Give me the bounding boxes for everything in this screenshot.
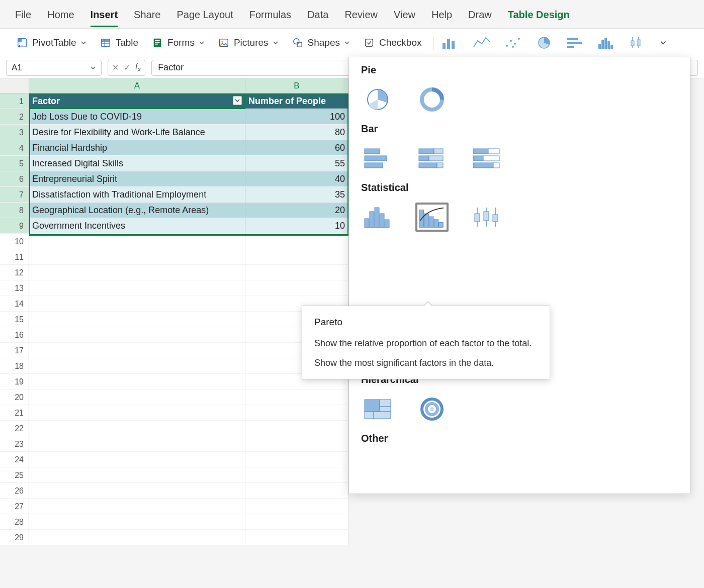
row-header[interactable]: 15 (0, 312, 29, 327)
empty-cell[interactable] (29, 405, 245, 421)
row-header[interactable]: 5 (0, 156, 29, 171)
checkbox-button[interactable]: Checkbox (359, 35, 426, 51)
row-header[interactable]: 25 (0, 467, 29, 483)
row-header[interactable]: 8 (0, 203, 29, 218)
row-header[interactable]: 27 (0, 499, 29, 514)
cell-value[interactable]: 20 (245, 203, 348, 218)
enter-icon[interactable]: ✓ (124, 63, 130, 72)
empty-cell[interactable] (29, 467, 245, 483)
table-header-number[interactable]: Number of People (245, 93, 348, 109)
row-header[interactable]: 2 (0, 109, 29, 125)
row-header[interactable]: 24 (0, 452, 29, 467)
empty-cell[interactable] (245, 249, 348, 265)
empty-cell[interactable] (29, 452, 245, 467)
empty-cell[interactable] (245, 499, 348, 514)
empty-cell[interactable] (245, 265, 348, 280)
empty-cell[interactable] (29, 327, 245, 343)
col-header-B[interactable]: B (245, 78, 348, 93)
row-header[interactable]: 18 (0, 358, 29, 374)
table-button[interactable]: Table (96, 35, 142, 51)
row-header[interactable]: 21 (0, 405, 29, 421)
forms-button[interactable]: Forms (147, 35, 209, 51)
empty-cell[interactable] (29, 358, 245, 374)
ribbon-tab-home[interactable]: Home (47, 6, 74, 27)
empty-cell[interactable] (245, 234, 348, 249)
empty-cell[interactable] (29, 343, 245, 358)
empty-cell[interactable] (245, 436, 348, 452)
bar-chart-icon[interactable] (566, 36, 584, 50)
ribbon-tab-view[interactable]: View (394, 6, 415, 27)
empty-cell[interactable] (245, 280, 348, 296)
fx-icon[interactable]: fx (135, 62, 141, 73)
row-header[interactable]: 3 (0, 125, 29, 140)
empty-cell[interactable] (245, 530, 348, 545)
doughnut-chart-option[interactable] (415, 85, 449, 114)
cell-value[interactable]: 10 (245, 218, 348, 234)
ribbon-tab-formulas[interactable]: Formulas (249, 6, 291, 27)
cell-factor[interactable]: Dissatisfaction with Traditional Employm… (29, 187, 245, 203)
ribbon-tab-data[interactable]: Data (307, 6, 328, 27)
grid-cells[interactable]: FactorNumber of PeopleJob Loss Due to CO… (29, 93, 348, 545)
filter-icon[interactable] (233, 96, 242, 105)
cell-factor[interactable]: Geographical Location (e.g., Remote Area… (29, 203, 245, 218)
empty-cell[interactable] (245, 483, 348, 499)
ribbon-tab-help[interactable]: Help (431, 6, 452, 27)
pictures-button[interactable]: Pictures (214, 35, 283, 51)
cell-value[interactable]: 60 (245, 140, 348, 156)
empty-cell[interactable] (29, 514, 245, 530)
row-header[interactable]: 4 (0, 140, 29, 156)
empty-cell[interactable] (29, 374, 245, 389)
ribbon-tab-review[interactable]: Review (344, 6, 378, 27)
empty-cell[interactable] (29, 280, 245, 296)
empty-cell[interactable] (29, 249, 245, 265)
treemap-option[interactable] (361, 395, 394, 424)
pie-chart-option[interactable] (361, 85, 394, 114)
row-header[interactable]: 29 (0, 530, 29, 545)
row-header[interactable]: 19 (0, 374, 29, 389)
row-header[interactable]: 7 (0, 187, 29, 203)
row-header[interactable]: 23 (0, 436, 29, 452)
row-header[interactable]: 9 (0, 218, 29, 234)
cell-value[interactable]: 80 (245, 125, 348, 140)
row-header[interactable]: 10 (0, 234, 29, 249)
cell-factor[interactable]: Job Loss Due to COVID-19 (29, 109, 245, 125)
cell-value[interactable]: 100 (245, 109, 348, 125)
chevron-down-icon[interactable] (660, 39, 667, 46)
sunburst-option[interactable] (415, 395, 449, 424)
empty-cell[interactable] (245, 514, 348, 530)
empty-cell[interactable] (29, 312, 245, 327)
empty-cell[interactable] (29, 421, 245, 436)
empty-cell[interactable] (245, 421, 348, 436)
cell-factor[interactable]: Desire for Flexibility and Work-Life Bal… (29, 125, 245, 140)
cell-value[interactable]: 35 (245, 187, 348, 203)
empty-cell[interactable] (29, 265, 245, 280)
empty-cell[interactable] (29, 530, 245, 545)
line-chart-icon[interactable] (473, 36, 491, 50)
table-header-factor[interactable]: Factor (29, 93, 245, 109)
empty-cell[interactable] (29, 483, 245, 499)
row-header[interactable]: 22 (0, 421, 29, 436)
cell-factor[interactable]: Entrepreneurial Spirit (29, 171, 245, 187)
empty-cell[interactable] (29, 296, 245, 312)
histogram-icon[interactable] (597, 36, 615, 50)
pareto-option[interactable] (415, 203, 449, 232)
empty-cell[interactable] (245, 405, 348, 421)
row-header[interactable]: 28 (0, 514, 29, 530)
empty-cell[interactable] (29, 499, 245, 514)
ribbon-tab-page-layout[interactable]: Page Layout (177, 6, 233, 27)
col-header-A[interactable]: A (29, 78, 245, 93)
ribbon-tab-draw[interactable]: Draw (468, 6, 492, 27)
cell-factor[interactable]: Increased Digital Skills (29, 156, 245, 171)
row-header[interactable]: 13 (0, 280, 29, 296)
boxplot-icon[interactable] (629, 36, 647, 50)
row-header[interactable]: 26 (0, 483, 29, 499)
histogram-option[interactable] (361, 203, 394, 232)
ribbon-tab-file[interactable]: File (15, 6, 31, 27)
row-header[interactable]: 6 (0, 171, 29, 187)
pivottable-button[interactable]: PivotTable (12, 35, 91, 51)
empty-cell[interactable] (29, 389, 245, 405)
clustered-bar-option[interactable] (361, 144, 394, 173)
ribbon-tab-share[interactable]: Share (134, 6, 160, 27)
row-header[interactable]: 11 (0, 249, 29, 265)
column-chart-icon[interactable] (442, 36, 460, 50)
